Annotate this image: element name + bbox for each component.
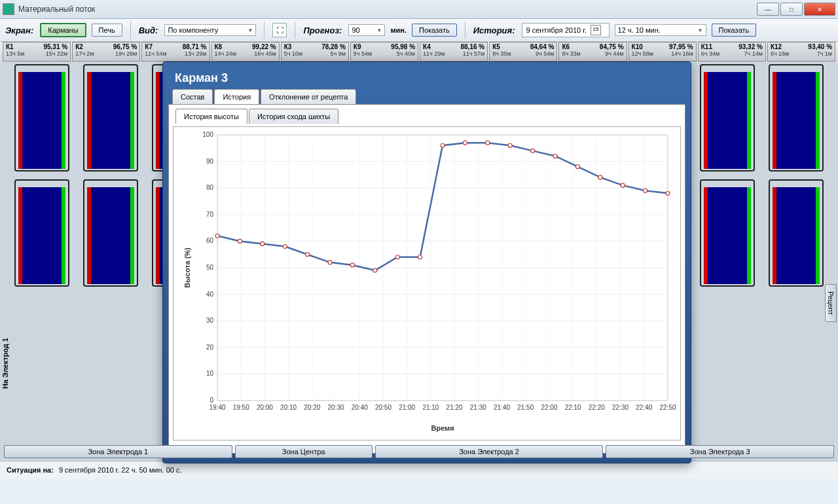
svg-point-76 — [531, 149, 535, 153]
subtab-height-history[interactable]: История высоты — [175, 109, 247, 124]
pocket-detail-popup: Карман 3 Состав История Отклонение от ре… — [162, 62, 691, 463]
svg-text:22:00: 22:00 — [541, 404, 557, 411]
history-show-button[interactable]: Показать — [712, 24, 757, 37]
svg-point-78 — [575, 165, 579, 169]
screen-label: Экран: — [5, 26, 33, 35]
status-label: Ситуация на: — [7, 466, 54, 474]
svg-text:19:40: 19:40 — [209, 404, 225, 411]
status-value: 9 сентября 2010 г. 22 ч. 50 мин. 00 с. — [59, 466, 182, 474]
history-date-picker[interactable]: 9 сентября 2010 г.15 — [522, 23, 610, 37]
svg-text:20:50: 20:50 — [375, 404, 392, 411]
history-time-dropdown[interactable]: 12 ч. 10 мин.▼ — [615, 24, 706, 36]
svg-point-69 — [373, 268, 377, 272]
svg-text:21:00: 21:00 — [399, 404, 415, 411]
svg-point-81 — [644, 189, 647, 192]
pocket-header[interactable]: К1193,32 %6ч 34м7ч 14м — [698, 42, 766, 62]
pocket-header[interactable]: К296,75 %17ч 2м19ч 28м — [72, 42, 140, 62]
main-area: На Электрод 1 Рецепт Карман 3 Состав Ист… — [0, 62, 838, 461]
pocket-header[interactable]: К1293,40 %6ч 16м7ч 1м — [767, 42, 835, 62]
tab-history[interactable]: История — [214, 89, 259, 104]
svg-text:Время: Время — [431, 424, 454, 432]
status-bar: Ситуация на: 9 сентября 2010 г. 22 ч. 50… — [0, 461, 838, 478]
svg-text:22:50: 22:50 — [659, 404, 676, 411]
svg-text:10: 10 — [206, 370, 214, 377]
svg-point-71 — [418, 255, 422, 259]
svg-text:21:10: 21:10 — [422, 404, 439, 411]
silo[interactable] — [761, 62, 830, 171]
close-button[interactable]: ✕ — [804, 3, 835, 16]
tab-deviation[interactable]: Отклонение от рецепта — [261, 89, 356, 104]
svg-text:21:30: 21:30 — [470, 404, 486, 411]
svg-point-80 — [621, 183, 625, 187]
furnace-button[interactable]: Печь — [92, 24, 122, 37]
forecast-show-button[interactable]: Показать — [412, 24, 457, 37]
svg-text:100: 100 — [202, 131, 213, 138]
svg-point-68 — [350, 263, 354, 267]
svg-text:90: 90 — [206, 158, 214, 165]
pocket-header[interactable]: К1097,95 %12ч 58м14ч 16м — [628, 42, 697, 62]
pocket-header[interactable]: К899,22 %14ч 24м16ч 45м — [211, 42, 280, 62]
svg-text:0: 0 — [210, 397, 213, 404]
svg-text:20:00: 20:00 — [257, 404, 273, 411]
zone-center[interactable]: Зона Центра — [235, 445, 373, 458]
pocket-header[interactable]: К684,75 %8ч 33м9ч 44м — [558, 42, 627, 62]
svg-text:22:30: 22:30 — [612, 404, 628, 411]
forecast-label: Прогноз: — [303, 26, 342, 35]
svg-text:21:50: 21:50 — [517, 404, 534, 411]
svg-point-79 — [598, 175, 602, 179]
pocket-header[interactable]: К788,71 %11ч 54м13ч 29м — [141, 42, 210, 62]
window-title: Материальный поток — [18, 5, 757, 14]
silo[interactable] — [693, 177, 762, 287]
recipe-side-tab[interactable]: Рецепт — [825, 284, 837, 322]
svg-point-74 — [486, 141, 490, 145]
electrode-label: На Электрод 1 — [1, 338, 9, 389]
svg-text:19:50: 19:50 — [233, 404, 249, 411]
pocket-header[interactable]: К378,28 %5ч 10м5ч 9м — [281, 42, 349, 62]
subtab-descent-history[interactable]: История схода шихты — [249, 109, 338, 124]
zone-electrode-3[interactable]: Зона Электрода 3 — [606, 445, 834, 458]
silo[interactable] — [8, 177, 77, 287]
svg-text:22:10: 22:10 — [565, 404, 581, 411]
svg-text:50: 50 — [206, 264, 214, 271]
pocket-header-row: К195,31 %13ч 5м15ч 22мК296,75 %17ч 2м19ч… — [0, 42, 838, 62]
minimize-button[interactable]: — — [757, 3, 779, 16]
silo[interactable] — [8, 62, 77, 171]
view-dropdown[interactable]: По компоненту▼ — [164, 24, 256, 36]
svg-text:20: 20 — [206, 344, 214, 351]
svg-point-63 — [238, 239, 242, 243]
titlebar: Материальный поток — □ ✕ — [0, 0, 838, 19]
svg-text:21:40: 21:40 — [494, 404, 510, 411]
zone-electrode-1[interactable]: Зона Электрода 1 — [4, 445, 232, 458]
view-label: Вид: — [139, 26, 158, 35]
pocket-header[interactable]: К584,64 %8ч 35м9ч 54м — [489, 42, 557, 62]
pocket-header[interactable]: К195,31 %13ч 5м15ч 22м — [3, 42, 71, 62]
silo[interactable] — [693, 62, 762, 171]
forecast-unit: мин. — [390, 26, 407, 34]
silo[interactable] — [77, 177, 145, 287]
chevron-down-icon: ▼ — [248, 27, 253, 33]
svg-text:20:10: 20:10 — [280, 404, 297, 411]
svg-text:80: 80 — [206, 184, 214, 191]
svg-text:22:40: 22:40 — [636, 404, 652, 411]
silo[interactable] — [77, 62, 145, 171]
pocket-header[interactable]: К488,16 %11ч 29м11ч 57м — [420, 42, 488, 62]
svg-text:40: 40 — [206, 291, 214, 298]
svg-text:70: 70 — [206, 211, 214, 218]
svg-text:21:20: 21:20 — [446, 404, 463, 411]
forecast-value-dropdown[interactable]: 90▼ — [348, 24, 385, 36]
pockets-button[interactable]: Карманы — [40, 23, 86, 37]
svg-point-72 — [441, 143, 445, 147]
tab-composition[interactable]: Состав — [172, 89, 213, 104]
svg-point-73 — [463, 141, 467, 145]
svg-text:20:30: 20:30 — [328, 404, 344, 411]
zone-electrode-2[interactable]: Зона Электрода 2 — [375, 445, 604, 458]
svg-text:20:20: 20:20 — [304, 404, 320, 411]
silo[interactable] — [761, 177, 830, 287]
chart-container: 010203040506070809010019:4019:5020:0020:… — [173, 126, 681, 441]
svg-point-75 — [508, 143, 512, 147]
maximize-button[interactable]: □ — [780, 3, 803, 16]
height-chart: 010203040506070809010019:4019:5020:0020:… — [173, 127, 680, 440]
fullscreen-icon[interactable]: ⛶ — [272, 23, 287, 37]
pocket-header[interactable]: К995,98 %5ч 54м5ч 40м — [350, 42, 418, 62]
svg-point-67 — [328, 261, 332, 264]
